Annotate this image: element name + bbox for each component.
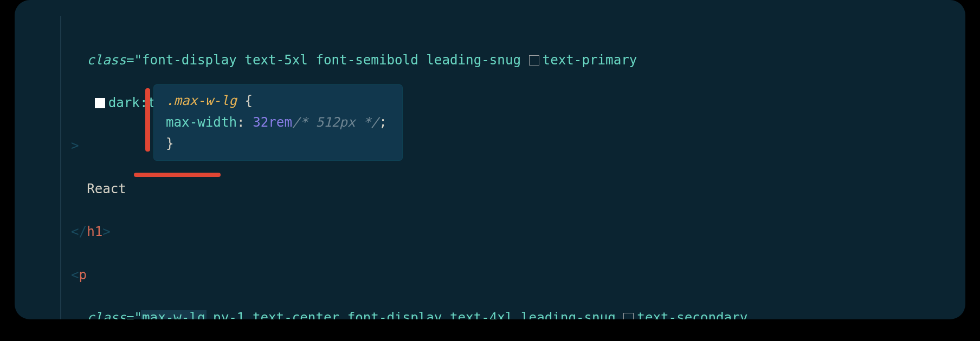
eq: = <box>126 53 134 68</box>
tooltip-colon: : <box>237 115 253 130</box>
quote-open: " <box>134 53 143 68</box>
tooltip-comment: /* 512px */ <box>292 115 379 130</box>
class-string[interactable]: py-1 text-center font-display text-4xl l… <box>205 310 624 319</box>
tag-name: p <box>79 267 87 283</box>
hovered-class-token[interactable]: max-w-lg <box>141 310 207 319</box>
tooltip-prop: max-width <box>166 115 237 130</box>
indent <box>71 95 95 110</box>
cursor-caret <box>145 88 150 152</box>
css-hover-tooltip: .max-w-lg { max-width: 32rem/* 512px */;… <box>153 84 403 161</box>
attr-class: class <box>87 310 126 319</box>
tooltip-value: 32rem <box>253 115 292 130</box>
gutter-rule <box>60 16 61 319</box>
indent <box>71 181 87 196</box>
tag-close-gt: > <box>71 138 79 153</box>
code-editor-window: .max-w-lg { max-width: 32rem/* 512px */;… <box>15 0 965 319</box>
tag-name: h1 <box>87 224 102 239</box>
tag-close: > <box>102 224 111 239</box>
indent <box>71 53 87 68</box>
indent <box>71 310 87 319</box>
tooltip-close-brace: } <box>166 136 174 151</box>
tooltip-selector: .max-w-lg <box>166 93 237 108</box>
tooltip-open-brace: { <box>237 93 253 108</box>
token-underline <box>134 173 221 177</box>
class-string[interactable]: font-display text-5xl font-semibold lead… <box>142 53 529 68</box>
class-token[interactable]: text-secondary <box>637 310 747 319</box>
color-swatch-icon <box>623 313 634 319</box>
tooltip-semi: ; <box>379 115 387 130</box>
eq: = <box>126 310 134 319</box>
color-swatch-icon <box>529 55 539 65</box>
text-content[interactable]: React <box>87 181 126 196</box>
class-token[interactable]: text-primary <box>543 53 637 68</box>
color-swatch-icon <box>95 98 105 108</box>
tag-open: </ <box>71 224 87 239</box>
attr-class: class <box>87 53 126 68</box>
tag-open: < <box>71 267 79 283</box>
